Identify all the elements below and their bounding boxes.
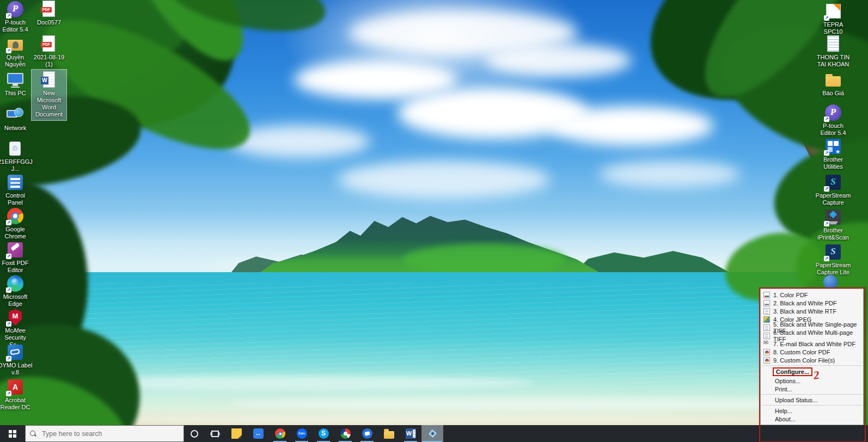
menu-item-print[interactable]: Print... [761, 385, 863, 393]
text-file-icon [824, 35, 842, 53]
desktop-icon-21erffggjj[interactable]: 21ERFFGGJJ... [0, 139, 33, 173]
desktop-icon-paperstream-capture[interactable]: PaperStream Capture [815, 173, 851, 206]
start-button[interactable] [0, 425, 25, 442]
surf-foam [82, 415, 790, 425]
desktop-icon-mcafee[interactable]: McAfee Security Sc... [0, 308, 33, 348]
desktop-icon-label: P-touch Editor 5.4 [815, 122, 851, 137]
menu-item-label: Upload Status... [775, 397, 817, 403]
sticky-notes-icon [231, 428, 242, 439]
shortcut-arrow-icon [824, 150, 829, 156]
cortana-button[interactable] [184, 425, 205, 442]
shortcut-arrow-icon [824, 256, 829, 261]
taskbar-app-paperstream-clickscan[interactable] [421, 425, 443, 442]
edge-icon [6, 274, 25, 293]
menu-item-bw-multi-tiff[interactable]: 6. Black and White Multi-page TIFF [761, 331, 863, 340]
desktop-icon-label: Quyền Nguyễn [0, 54, 33, 68]
cloud [349, 11, 577, 54]
menu-item-label: Help... [775, 408, 792, 414]
custom-profile-icon [763, 357, 770, 364]
pinwheel-browser-icon [340, 428, 351, 439]
desktop-icon-google-chrome[interactable]: Google Chrome [0, 207, 33, 240]
shortcut-arrow-icon [6, 254, 11, 259]
desktop-icon-label: DYMO Label v.8 [0, 362, 33, 376]
menu-item-label: Print... [775, 386, 792, 392]
taskbar-app-word[interactable] [400, 425, 421, 442]
folder-icon [824, 71, 842, 89]
task-view-button[interactable] [205, 425, 225, 442]
desktop-icon-ptouch-editor-right[interactable]: P-touch Editor 5.4 [815, 103, 851, 137]
partially-hidden-desktop-icon[interactable] [823, 275, 838, 289]
menu-item-bw-pdf[interactable]: 2. Black and White PDF [761, 299, 863, 307]
desktop-icon-brother-iprint-scan[interactable]: Brother iPrint&Scan [815, 208, 851, 241]
desktop-icon-paperstream-capture-lite[interactable]: PaperStream Capture Lite [815, 243, 851, 276]
control-panel-icon [6, 173, 25, 192]
desktop-icon-2021-08-19[interactable]: 2021-08-19 (1) [32, 35, 66, 68]
menu-item-custom-color-pdf[interactable]: 8. Custom Color PDF [761, 348, 863, 356]
desktop-icon-thong-tin-tai-khoan[interactable]: THONG TIN TAI KHOAN [815, 35, 851, 68]
menu-item-help[interactable]: Help... [761, 407, 863, 415]
desktop-icon-new-word-document[interactable]: New Microsoft Word Document [32, 70, 66, 120]
shortcut-arrow-icon [824, 221, 829, 226]
desktop-icon-foxit-editor[interactable]: Foxit PDF Editor [0, 241, 33, 274]
menu-item-bw-rtf[interactable]: 3. Black and White RTF [761, 307, 863, 315]
shortcut-arrow-icon [6, 13, 11, 19]
desktop-icon-label: Brother iPrint&Scan [815, 227, 851, 241]
desktop-icon-label: Báo Giá [815, 90, 851, 97]
taskbar-app-chrome[interactable] [269, 425, 291, 442]
paperstream-clickscan-icon [426, 428, 438, 439]
menu-item-label: 8. Custom Color PDF [773, 349, 830, 355]
chrome-icon [6, 207, 25, 225]
brother-utilities-icon [824, 137, 842, 156]
shortcut-arrow-icon [6, 287, 11, 293]
mcafee-shield-icon [6, 308, 25, 327]
menu-item-options[interactable]: Options... [761, 377, 863, 385]
taskbar-app-skype[interactable] [313, 425, 334, 442]
menu-separator [761, 405, 863, 406]
menu-item-email-bw-pdf[interactable]: 7. E-mail Black and White PDF [761, 340, 863, 348]
pdf-file-icon [40, 35, 58, 53]
taskbar-app-file-explorer[interactable] [378, 425, 400, 442]
shortcut-arrow-icon [824, 116, 829, 122]
desktop-icon-label: 21ERFFGGJJ... [0, 158, 33, 173]
cortana-icon [191, 430, 198, 438]
tepra-icon [824, 2, 842, 21]
task-view-icon [211, 431, 219, 437]
menu-item-label: About... [775, 416, 796, 422]
desktop-icon-tepra-spc10[interactable]: TEPRA SPC10 [815, 2, 851, 35]
shortcut-arrow-icon [6, 356, 11, 361]
search-icon [30, 431, 36, 437]
menu-item-about[interactable]: About... [761, 415, 863, 423]
taskbar-search[interactable] [25, 425, 184, 442]
taskbar-app-teamviewer[interactable] [247, 425, 269, 442]
desktop-icon-bao-gia[interactable]: Báo Giá [815, 71, 851, 97]
menu-item-label: 3. Black and White RTF [773, 308, 836, 315]
taskbar-app-browser[interactable] [334, 425, 356, 442]
desktop-icon-this-pc[interactable]: This PC [0, 71, 33, 97]
taskbar-app-zalo[interactable] [291, 425, 313, 442]
desktop-icon-quyen-nguyen[interactable]: Quyền Nguyễn [0, 35, 33, 68]
desktop-icon-dymo-label[interactable]: DYMO Label v.8 [0, 343, 33, 376]
recycle-box-icon [6, 139, 25, 158]
desktop-icon-control-panel[interactable]: Control Panel [0, 173, 33, 206]
desktop-icon-label: TEPRA SPC10 [815, 21, 851, 35]
pdf-file-icon [40, 0, 58, 19]
menu-item-color-pdf[interactable]: 1. Color PDF [761, 291, 863, 299]
desktop-icon-brother-utilities[interactable]: Brother Utilities [815, 137, 851, 170]
menu-item-label: Configure... [773, 367, 812, 376]
pinned-apps [225, 425, 443, 442]
desktop-icon-doc0577[interactable]: Doc0577 [32, 0, 66, 26]
search-input[interactable] [41, 429, 179, 438]
desktop-icon-acrobat-reader[interactable]: Acrobat Reader DC [0, 378, 33, 411]
desktop-icon-ptouch-editor[interactable]: P-touch Editor 5.4 [0, 0, 33, 33]
desktop-icon-microsoft-edge[interactable]: Microsoft Edge [0, 274, 33, 308]
menu-item-upload-status[interactable]: Upload Status... [761, 396, 863, 404]
tiff-profile-icon [763, 324, 770, 331]
desktop-icon-network[interactable]: Network [0, 106, 33, 132]
ptouch-icon [6, 0, 25, 19]
menu-item-configure[interactable]: Configure... [761, 367, 863, 377]
desktop-wallpaper[interactable] [0, 0, 868, 442]
taskbar-app-video[interactable] [356, 425, 378, 442]
menu-item-custom-color-files[interactable]: 9. Custom Color File(s) [761, 356, 863, 364]
rtf-profile-icon [763, 308, 770, 315]
taskbar-app-sticky-notes[interactable] [225, 425, 247, 442]
